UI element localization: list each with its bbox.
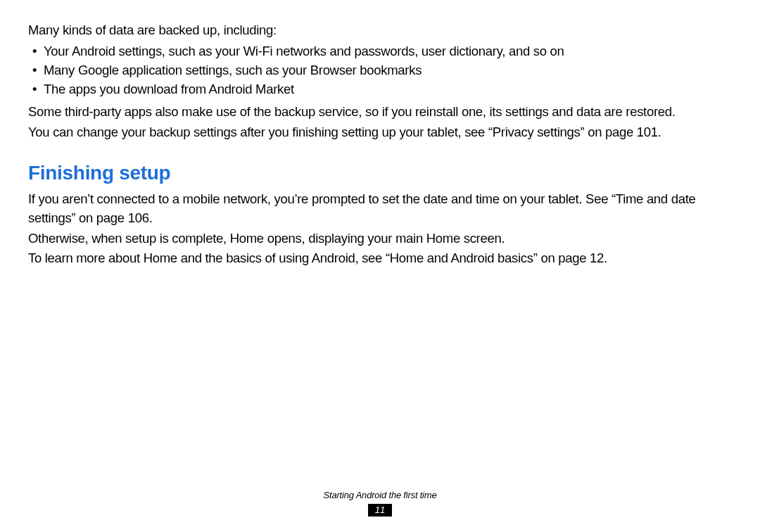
bullet-item: The apps you download from Android Marke… — [32, 80, 732, 99]
body-paragraph: Otherwise, when setup is complete, Home … — [28, 229, 732, 248]
bullet-item: Many Google application settings, such a… — [32, 61, 732, 80]
bullet-item: Your Android settings, such as your Wi-F… — [32, 42, 732, 61]
page-footer: Starting Android the first time 11 — [0, 490, 760, 517]
body-paragraph: You can change your backup settings afte… — [28, 123, 732, 142]
body-paragraph: To learn more about Home and the basics … — [28, 249, 732, 268]
page-number: 11 — [368, 504, 392, 517]
body-paragraph: Some third-party apps also make use of t… — [28, 103, 732, 122]
footer-chapter-title: Starting Android the first time — [0, 490, 760, 500]
backup-intro-text: Many kinds of data are backed up, includ… — [28, 21, 732, 39]
section-heading-finishing-setup: Finishing setup — [28, 162, 732, 184]
backup-bullet-list: Your Android settings, such as your Wi-F… — [28, 42, 732, 99]
page-content: Many kinds of data are backed up, includ… — [28, 21, 732, 268]
body-paragraph: If you aren’t connected to a mobile netw… — [28, 190, 732, 228]
